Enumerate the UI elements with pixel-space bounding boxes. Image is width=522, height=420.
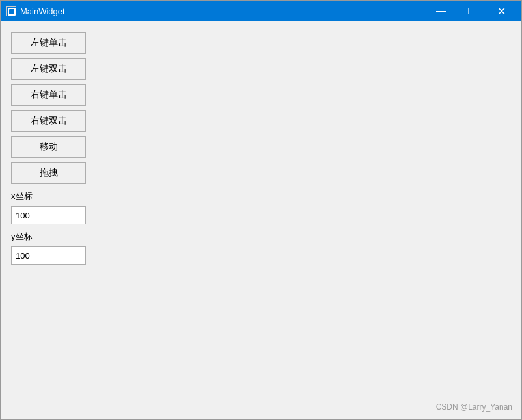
- window-body: 左键单击 左键双击 右键单击 右键双击 移动 拖拽 x坐标 y坐标 CSDN @…: [1, 21, 521, 419]
- app-icon: [6, 6, 16, 16]
- watermark: CSDN @Larry_Yanan: [436, 402, 512, 412]
- move-button[interactable]: 移动: [11, 136, 86, 158]
- title-bar: MainWidget — □ ✕: [1, 1, 521, 21]
- maximize-button[interactable]: □: [456, 1, 486, 21]
- main-window: MainWidget — □ ✕ 左键单击 左键双击 右键单击 右键双击 移动 …: [0, 0, 522, 420]
- window-controls: — □ ✕: [426, 1, 516, 21]
- svg-rect-2: [9, 9, 14, 14]
- x-label: x坐标: [11, 190, 33, 202]
- minimize-button[interactable]: —: [426, 1, 456, 21]
- y-label: y坐标: [11, 231, 33, 243]
- window-title: MainWidget: [20, 7, 426, 16]
- drag-button[interactable]: 拖拽: [11, 162, 86, 184]
- left-single-click-button[interactable]: 左键单击: [11, 32, 86, 54]
- y-input[interactable]: [11, 246, 86, 265]
- close-button[interactable]: ✕: [486, 1, 516, 21]
- right-single-click-button[interactable]: 右键单击: [11, 84, 86, 106]
- x-input[interactable]: [11, 206, 86, 224]
- right-double-click-button[interactable]: 右键双击: [11, 110, 86, 132]
- left-double-click-button[interactable]: 左键双击: [11, 58, 86, 80]
